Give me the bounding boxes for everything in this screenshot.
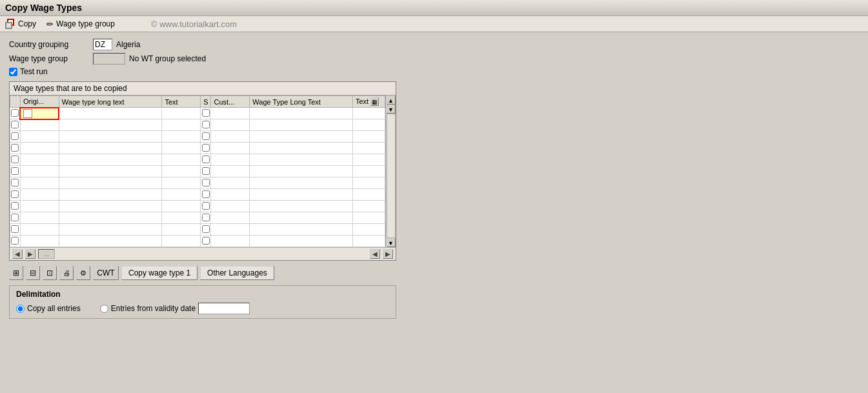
icon-btn-4[interactable]: 🖨 xyxy=(59,266,74,280)
icon-btn-5[interactable]: ⚙ xyxy=(76,266,90,280)
horiz-scroll-right[interactable]: ▶ xyxy=(383,249,393,259)
col-header-text: Text xyxy=(162,96,201,108)
country-name: Algeria xyxy=(116,40,140,49)
delimitation-section: Delimitation Copy all entries Entries fr… xyxy=(9,285,396,319)
col-header-s: S xyxy=(201,96,211,108)
table-row xyxy=(10,119,385,131)
vertical-scrollbar[interactable]: ▲ ▼ ▼ xyxy=(385,96,396,247)
other-languages-button[interactable]: Other Languages xyxy=(200,266,274,280)
table-row xyxy=(10,108,385,119)
title-bar: Copy Wage Types xyxy=(0,0,868,16)
page-title: Copy Wage Types xyxy=(5,3,82,13)
country-grouping-row: Country grouping Algeria xyxy=(9,39,859,50)
table-row xyxy=(10,224,385,236)
validity-date-input[interactable] xyxy=(198,303,250,314)
col-selector-icon[interactable]: ▦ xyxy=(370,97,379,106)
test-run-row: Test run xyxy=(9,67,859,76)
table-row xyxy=(10,201,385,212)
col-header-wlongtext: Wage Type Long Text xyxy=(250,96,353,108)
copy-all-item: Copy all entries xyxy=(16,304,81,313)
nav-right-btn[interactable]: ▶ xyxy=(25,249,35,259)
scroll-track xyxy=(387,114,396,238)
table-row xyxy=(10,131,385,143)
table-row xyxy=(10,166,385,177)
wage-type-group-toolbar-item[interactable]: ✏ Wage type group xyxy=(46,19,115,29)
country-grouping-label: Country grouping xyxy=(9,40,93,49)
row-s-1[interactable] xyxy=(201,108,211,119)
table-main: Origi... Wage type long text Text S Cust… xyxy=(10,96,385,247)
pencil-icon: ✏ xyxy=(46,19,54,29)
col-select-all xyxy=(10,96,21,108)
row-longtext-1[interactable] xyxy=(59,108,162,119)
icon-btn-3[interactable]: ⊡ xyxy=(43,266,57,280)
wage-type-group-input[interactable] xyxy=(93,53,125,65)
table-row xyxy=(10,189,385,201)
table-row xyxy=(10,212,385,224)
test-run-label[interactable]: Test run xyxy=(20,67,48,76)
watermark: © www.tutorialkart.com xyxy=(151,19,237,29)
copy-wage-type-button[interactable]: Copy wage type 1 xyxy=(121,266,197,280)
col-header-wtext: Text ▦ xyxy=(352,96,385,108)
wage-type-group-value: No WT group selected xyxy=(129,54,206,63)
col-header-orig: Origi... xyxy=(20,96,59,108)
wage-types-table-container: Wage types that are to be copied Origi..… xyxy=(9,81,396,261)
table-nav-bar: ◀ ▶ ... ◀ ▶ xyxy=(10,247,396,260)
toolbar: Copy ✏ Wage type group © www.tutorialkar… xyxy=(0,16,868,32)
table-icon-5: ⚙ xyxy=(80,269,86,277)
table-icon-3: ⊡ xyxy=(46,268,53,277)
table-row xyxy=(10,177,385,189)
copy-all-label[interactable]: Copy all entries xyxy=(27,304,81,313)
scroll-down-btn-top[interactable]: ▼ xyxy=(387,105,396,114)
icon-btn-2[interactable]: ⊟ xyxy=(26,266,40,280)
delimitation-radio-row: Copy all entries Entries from validity d… xyxy=(16,303,389,314)
cwt-button[interactable]: CWT xyxy=(93,266,119,280)
row-cust-1[interactable] xyxy=(211,108,250,119)
copy-icon xyxy=(5,19,15,29)
main-content: Country grouping Algeria Wage type group… xyxy=(0,32,868,325)
copy-all-radio[interactable] xyxy=(16,305,25,313)
scroll-up-btn[interactable]: ▲ xyxy=(387,96,396,105)
row-orig-1[interactable] xyxy=(20,108,59,119)
entries-from-item: Entries from validity date xyxy=(100,303,250,314)
entries-from-radio[interactable] xyxy=(100,305,108,313)
wage-type-group-form-label: Wage type group xyxy=(9,54,93,63)
wage-type-group-row: Wage type group No WT group selected xyxy=(9,53,859,65)
row-wtext-1[interactable] xyxy=(352,108,385,119)
wage-type-group-label: Wage type group xyxy=(56,19,115,28)
horiz-scroll-left[interactable]: ◀ xyxy=(370,249,380,259)
row-checkbox-cell[interactable] xyxy=(10,108,21,119)
delimitation-title: Delimitation xyxy=(16,290,389,299)
scroll-down-btn[interactable]: ▼ xyxy=(387,238,396,247)
icon-btn-1[interactable]: ⊞ xyxy=(9,266,23,280)
row-text-1[interactable] xyxy=(162,108,201,119)
wage-types-table: Origi... Wage type long text Text S Cust… xyxy=(10,96,385,247)
copy-toolbar-item[interactable]: Copy xyxy=(5,19,36,29)
table-row xyxy=(10,154,385,166)
table-icon-4: 🖨 xyxy=(63,269,70,277)
table-icon-2: ⊟ xyxy=(30,268,36,277)
table-row xyxy=(10,143,385,154)
nav-dots: ... xyxy=(38,249,55,259)
table-section-title: Wage types that are to be copied xyxy=(10,82,396,96)
country-code-input[interactable] xyxy=(93,39,112,50)
bottom-toolbar: ⊞ ⊟ ⊡ 🖨 ⚙ CWT Copy wage type 1 Other Lan… xyxy=(9,266,859,280)
entries-from-label[interactable]: Entries from validity date xyxy=(111,304,196,313)
row-wlongtext-1[interactable] xyxy=(250,108,353,119)
test-run-checkbox[interactable] xyxy=(9,68,17,76)
nav-left-btn[interactable]: ◀ xyxy=(12,249,23,259)
table-row xyxy=(10,236,385,247)
copy-label: Copy xyxy=(18,19,36,28)
col-header-cust: Cust... xyxy=(211,96,250,108)
table-icon-1: ⊞ xyxy=(13,268,19,277)
col-header-longtext: Wage type long text xyxy=(59,96,162,108)
table-with-scroll: Origi... Wage type long text Text S Cust… xyxy=(10,96,396,247)
